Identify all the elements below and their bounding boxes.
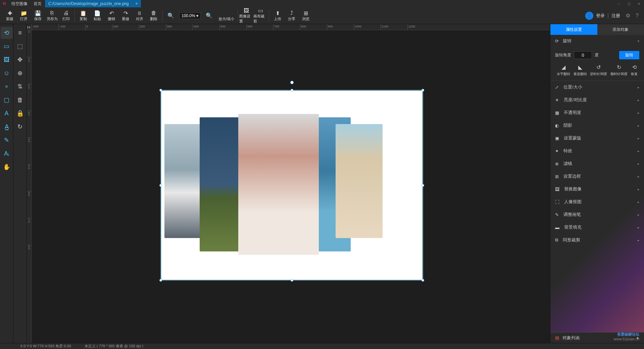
canvas-area[interactable]: ›› -200-10001002003004005006007008009001… bbox=[27, 24, 550, 343]
chevron-down-icon: ▾ bbox=[638, 39, 639, 43]
rotate-action-水平翻转[interactable]: ◢水平翻转 bbox=[557, 64, 570, 76]
toolbar-删除[interactable]: 🗑删除 bbox=[147, 8, 161, 24]
gear-icon[interactable]: ⚙ bbox=[626, 12, 630, 19]
tab-file[interactable]: C:/Users/Air/Desktop/image_puzzle_one.pn… bbox=[45, 0, 141, 7]
login-link[interactable]: 登录 bbox=[596, 13, 605, 19]
tool-2[interactable]: 🖼 bbox=[1, 54, 13, 66]
toolbar-对齐[interactable]: ⫼对齐 bbox=[133, 8, 147, 24]
register-link[interactable]: 注册 bbox=[611, 13, 620, 19]
toolbar-上传[interactable]: ⬆上传 bbox=[270, 8, 285, 24]
layer-tool-6[interactable]: 🔒 bbox=[14, 107, 26, 119]
property-label: 亮度/对比度 bbox=[564, 97, 587, 103]
tool-10[interactable]: ✋ bbox=[1, 161, 13, 173]
toolbar-放大/缩小[interactable]: 放大/缩小 bbox=[216, 8, 236, 24]
tool-9[interactable]: Aᵢ bbox=[1, 148, 13, 160]
handle-nw[interactable] bbox=[159, 89, 162, 92]
toolbar-粘贴[interactable]: 📄粘贴 bbox=[90, 8, 104, 24]
image-collage[interactable] bbox=[164, 114, 419, 256]
tool-3[interactable]: ☺ bbox=[1, 67, 13, 79]
tab-add-object[interactable]: 添加对象 bbox=[597, 24, 644, 35]
tool-5[interactable]: ▢ bbox=[1, 94, 13, 106]
tab-close-icon[interactable]: × bbox=[135, 1, 138, 6]
tab-home[interactable]: 首页 bbox=[30, 1, 45, 7]
toolbar-画布裁剪[interactable]: ▭画布裁剪 bbox=[253, 8, 267, 24]
rotate-action-label: 水平翻转 bbox=[557, 72, 570, 76]
zoom-input[interactable]: 100.0% ▾ bbox=[179, 12, 201, 19]
handle-w[interactable] bbox=[159, 184, 162, 187]
ruler-tick: 700 bbox=[273, 24, 300, 30]
layer-tool-2[interactable]: ✥ bbox=[14, 54, 26, 66]
rotate-action-逆时针90度[interactable]: ↺逆时针90度 bbox=[590, 64, 607, 76]
property-滤镜[interactable]: ⊗滤镜▸ bbox=[550, 157, 644, 170]
handle-s[interactable] bbox=[291, 279, 293, 282]
property-label: 人像抠图 bbox=[564, 199, 582, 205]
rotate-handle[interactable] bbox=[290, 81, 294, 84]
window-minimize-icon[interactable]: ─ bbox=[614, 0, 624, 7]
toolbar-重做[interactable]: ↷重做 bbox=[118, 8, 133, 24]
toolbar-撤销[interactable]: ↶撤销 bbox=[104, 8, 118, 24]
angle-input[interactable] bbox=[574, 51, 592, 59]
toolbar-新建[interactable]: ✚新建 bbox=[3, 8, 17, 24]
property-特效[interactable]: ✦特效▸ bbox=[550, 144, 644, 157]
layer-tool-3[interactable]: ⊕ bbox=[14, 67, 26, 79]
artboard[interactable] bbox=[161, 91, 423, 280]
toolbar-icon: ⎘ bbox=[50, 10, 54, 16]
rotate-action-垂直翻转[interactable]: ◣垂直翻转 bbox=[574, 64, 587, 76]
collage-image-5[interactable] bbox=[336, 124, 383, 238]
tool-8[interactable]: ✎ bbox=[1, 134, 13, 146]
collage-image-1[interactable] bbox=[164, 124, 205, 238]
property-背景填充[interactable]: ▬背景填充▸ bbox=[550, 221, 644, 234]
layer-tool-0[interactable]: ≡ bbox=[14, 27, 26, 39]
rotate-action-顺时针90度[interactable]: ↻顺时针90度 bbox=[610, 64, 628, 76]
property-替换图像[interactable]: 🖼替换图像▸ bbox=[550, 183, 644, 195]
property-亮度/对比度[interactable]: ☀亮度/对比度▸ bbox=[550, 94, 644, 106]
handle-sw[interactable] bbox=[159, 279, 162, 282]
toolbar-分享[interactable]: ⤴分享 bbox=[285, 8, 299, 24]
toolbar-另存为[interactable]: ⎘另存为 bbox=[45, 8, 59, 24]
property-调整画笔[interactable]: ✎调整画笔▸ bbox=[550, 208, 644, 221]
window-maximize-icon[interactable]: ▢ bbox=[624, 0, 634, 7]
tool-7[interactable]: A̲ bbox=[1, 121, 13, 133]
tool-0[interactable]: ⟲ bbox=[1, 27, 13, 39]
tool-4[interactable]: ⚬ bbox=[1, 80, 13, 93]
avatar-icon[interactable]: 👤 bbox=[585, 12, 593, 20]
collage-image-3[interactable] bbox=[238, 114, 319, 255]
property-设置边框[interactable]: ⊞设置边框▸ bbox=[550, 170, 644, 183]
property-设置蒙版[interactable]: ▣设置蒙版▸ bbox=[550, 132, 644, 144]
toolbar-打开[interactable]: 📁打开 bbox=[17, 8, 31, 24]
handle-ne[interactable] bbox=[422, 89, 424, 92]
chevron-right-icon: ▸ bbox=[638, 98, 639, 102]
property-同形裁剪[interactable]: ⧉同形裁剪▸ bbox=[550, 234, 644, 246]
toolbar-图像设置[interactable]: 🖼图像设置 bbox=[239, 8, 253, 24]
ruler-corner: ›› bbox=[27, 24, 32, 30]
layer-tool-5[interactable]: 🗑 bbox=[14, 94, 26, 106]
tab-properties[interactable]: 属性设置 bbox=[550, 24, 597, 35]
property-人像抠图[interactable]: ⛶人像抠图▸ bbox=[550, 195, 644, 208]
layer-tool-4[interactable]: ⇅ bbox=[14, 80, 26, 93]
left-layer-strip: ≡⬚✥⊕⇅🗑🔒↻ bbox=[13, 24, 27, 343]
toolbar-复制[interactable]: 📋复制 bbox=[76, 8, 90, 24]
property-不透明度[interactable]: ▦不透明度▸ bbox=[550, 106, 644, 119]
layer-tool-7[interactable]: ↻ bbox=[14, 121, 26, 133]
property-位置/大小[interactable]: ⤢位置/大小▸ bbox=[550, 81, 644, 94]
ruler-tick: 3.0 bbox=[27, 111, 31, 137]
toolbar-打印[interactable]: 🖨打印 bbox=[59, 8, 73, 24]
property-阴影[interactable]: ◐阴影▸ bbox=[550, 119, 644, 132]
window-close-icon[interactable]: ✕ bbox=[634, 0, 644, 7]
zoom-in-icon[interactable]: 🔍 bbox=[202, 8, 216, 24]
ruler-tick: 600 bbox=[246, 24, 273, 30]
zoom-out-icon[interactable]: 🔍 bbox=[164, 8, 178, 24]
section-rotate-header[interactable]: ⟳ 旋转 ▾ bbox=[550, 35, 644, 47]
rotate-action-恢复[interactable]: ⟲恢复 bbox=[631, 64, 638, 76]
tool-6[interactable]: A bbox=[1, 107, 13, 119]
handle-e[interactable] bbox=[422, 184, 424, 187]
handle-n[interactable] bbox=[291, 89, 293, 92]
layer-tool-1[interactable]: ⬚ bbox=[14, 40, 26, 52]
handle-se[interactable] bbox=[422, 279, 424, 282]
help-icon[interactable]: ? bbox=[636, 13, 639, 19]
toolbar-保存[interactable]: 💾保存 bbox=[31, 8, 45, 24]
toolbar-浏览[interactable]: ⊞浏览 bbox=[299, 8, 313, 24]
rotate-button[interactable]: 旋转 bbox=[619, 51, 639, 59]
tool-1[interactable]: ▭ bbox=[1, 40, 13, 52]
toolbar-label: 重做 bbox=[122, 16, 129, 21]
